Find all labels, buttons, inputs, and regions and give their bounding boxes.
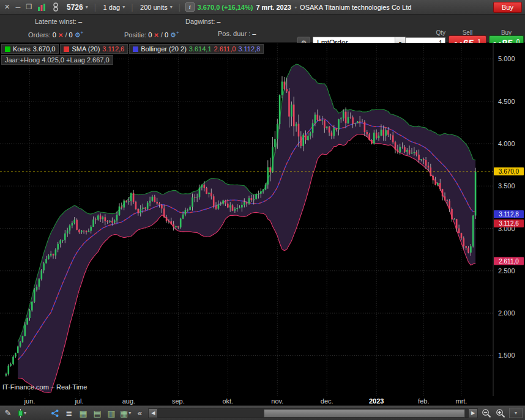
svg-text:nov.: nov. (271, 397, 283, 405)
svg-text:sep.: sep. (172, 397, 185, 405)
bollinger-swatch-icon (133, 46, 138, 52)
ticker-value: 5726 (67, 3, 83, 12)
bollinger-lower-value: 2.611,0 (214, 45, 236, 53)
positie-settings-icon[interactable]: ⚙ (170, 31, 176, 39)
link-icon[interactable] (50, 2, 61, 13)
chart-type-dropdown[interactable]: ▾ (17, 408, 28, 419)
chart-area: 5.0004.5004.0003.5003.0002.5002.0001.500… (0, 43, 525, 405)
chevron-down-icon: ▾ (128, 410, 131, 416)
table-grid-icon: ▦ (120, 408, 128, 418)
separator: │ (178, 4, 182, 11)
svg-text:2.500: 2.500 (498, 267, 515, 274)
positie-field: Positie: 0 ✕ / 0 ⚙+ (124, 30, 179, 39)
svg-text:jul.: jul. (74, 397, 83, 405)
pos-duur-value: – (252, 30, 256, 37)
latente-winst-value: – (78, 18, 82, 25)
sma-value: 3.112,6 (102, 45, 124, 53)
svg-text:3.500: 3.500 (498, 182, 515, 190)
chevron-down-icon: ▾ (170, 4, 173, 10)
timeframe-value: 1 dag (103, 4, 121, 11)
watchlist-button[interactable]: ▦ (78, 408, 89, 419)
close-icon[interactable]: ✕ (3, 3, 11, 11)
scrollbar-thumb[interactable] (264, 409, 465, 418)
orders-pending-count: 0 (69, 31, 73, 39)
svg-text:aug.: aug. (122, 397, 135, 405)
timeframe-dropdown[interactable]: 1 dag ▾ (101, 3, 128, 12)
toolbar-options-dropdown[interactable]: ▾ (509, 408, 523, 418)
bottom-toolbar: ✎ ▾ ≣ ▦ ▤ ▥ ▦ ▾ « ◀ (0, 405, 525, 420)
svg-text:dec.: dec. (321, 397, 333, 405)
sma-label: SMA (20) (72, 45, 100, 53)
latente-winst-field: Latente winst: – (35, 18, 82, 25)
mini-barchart-icon (37, 3, 46, 12)
maximize-icon[interactable]: ❒ (25, 3, 33, 11)
last-price-change: 3.670,0 (+16,14%) (198, 4, 253, 11)
sma-swatch-icon (64, 46, 69, 52)
instrument-name: OSAKA Titanium technologies Co Ltd (300, 4, 411, 11)
units-value: 200 units (140, 4, 168, 11)
svg-text:2.000: 2.000 (498, 309, 515, 317)
layout-dropdown[interactable]: ▦ ▾ (120, 408, 131, 419)
close-position-icon[interactable]: ✕ (154, 32, 158, 39)
koers-swatch-icon (5, 46, 10, 52)
table-grid-icon: ▦ (79, 408, 87, 418)
svg-text:2023: 2023 (369, 397, 384, 405)
draw-tools-button[interactable]: ✎ (2, 408, 13, 419)
svg-text:5.000: 5.000 (498, 55, 515, 62)
chart-style-icon[interactable] (36, 2, 47, 13)
share-icon (51, 409, 59, 418)
orders-open-count: 0 (53, 31, 56, 39)
quotes-button[interactable]: ▥ (106, 408, 117, 419)
account-order-bar: Latente winst: – Dagwinst: – Orders: 0 ✕… (0, 15, 525, 43)
qty-header: Qty (404, 29, 445, 36)
quote-date: 7 mrt. 2023 (256, 4, 291, 11)
share-button[interactable] (50, 408, 61, 419)
scroll-to-start-button[interactable]: « (134, 408, 145, 419)
zoom-out-button[interactable] (481, 408, 492, 419)
svg-text:mrt.: mrt. (455, 397, 467, 405)
dagwinst-label: Dagwinst: (185, 18, 215, 25)
orders-label: Orders: (28, 31, 51, 39)
orderbook-button[interactable]: ▤ (92, 408, 103, 419)
pos-duur-label: Pos. duur : (218, 30, 250, 37)
bollinger-label: Bollinger (20 2) (141, 45, 187, 53)
year-range-chip: Jaar:+Hoog 4.025,0 +Laag 2.667,0 (1, 55, 113, 65)
scroll-right-button[interactable]: ▶ (468, 408, 478, 418)
candlestick-icon (18, 409, 23, 418)
svg-text:1.500: 1.500 (498, 352, 515, 359)
cancel-orders-icon[interactable]: ✕ (58, 32, 63, 39)
legend-bollinger[interactable]: Bollinger (20 2) 3.614,1 2.611,0 3.112,8 (129, 44, 264, 54)
buy-button-top[interactable]: Buy (493, 2, 522, 13)
svg-text:4.000: 4.000 (498, 140, 515, 147)
scrollbar-track[interactable] (158, 408, 468, 418)
price-list-button[interactable]: ≣ (64, 408, 75, 419)
positie-open-count: 0 (148, 31, 152, 39)
bollinger-upper-value: 3.614,1 (189, 45, 212, 53)
positie-pending-count: 0 (165, 31, 168, 39)
orders-settings-plus-icon: + (81, 30, 84, 35)
chart-scrollbar: ◀ ▶ (148, 408, 478, 418)
orders-field: Orders: 0 ✕ / 0 ⚙+ (28, 30, 83, 39)
svg-text:4.500: 4.500 (498, 98, 515, 105)
price-chart[interactable]: 5.0004.5004.0003.5003.0002.5002.0001.500… (0, 43, 525, 405)
zoom-in-icon (496, 408, 505, 418)
chevron-down-icon: ▾ (515, 410, 517, 416)
positie-settings-plus-icon: + (176, 30, 179, 35)
ticker-dropdown[interactable]: 5726 ▾ (64, 2, 91, 12)
chevron-down-icon: ▾ (122, 4, 125, 10)
table-rows-icon: ▤ (93, 408, 101, 418)
positie-label: Positie: (124, 31, 146, 39)
minimize-icon[interactable]: ─ (14, 4, 22, 11)
koers-label: Koers (13, 45, 31, 53)
legend-sma[interactable]: SMA (20) 3.112,6 (60, 44, 128, 54)
zoom-in-button[interactable] (495, 408, 506, 419)
svg-text:jun.: jun. (24, 397, 35, 405)
units-dropdown[interactable]: 200 units ▾ (138, 3, 175, 12)
info-icon[interactable]: i (185, 2, 195, 12)
orders-settings-icon[interactable]: ⚙ (75, 31, 81, 39)
scroll-left-button[interactable]: ◀ (148, 408, 158, 418)
legend-koers[interactable]: Koers 3.670,0 (1, 44, 59, 54)
pos-duur-field: Pos. duur : – (218, 30, 256, 37)
latente-winst-label: Latente winst: (35, 18, 76, 25)
double-chevron-left-icon: « (138, 408, 142, 418)
